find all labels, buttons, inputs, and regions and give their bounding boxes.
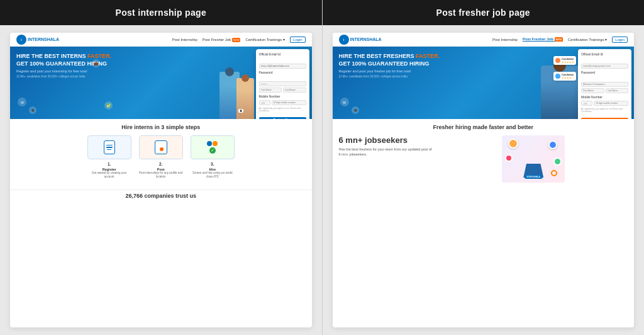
- pin-dot-icon: [160, 147, 164, 151]
- left-steps-section: Hire interns in 3 simple steps 1. Regist…: [10, 119, 312, 190]
- right-stat-number: 6 mn+ jobseekers: [339, 135, 433, 145]
- right-panel-title: Post fresher job page: [436, 8, 530, 18]
- left-firstname-input[interactable]: [259, 88, 282, 93]
- right-nav-internship[interactable]: Post Internship: [492, 38, 518, 42]
- float-icon-4: ✅: [104, 101, 113, 110]
- register-line-2: [106, 147, 113, 148]
- cand-stars-2: ★★★★☆: [562, 76, 574, 79]
- right-explosion-visual: INTERNSHALA: [440, 135, 628, 183]
- right-password-input[interactable]: [581, 82, 628, 87]
- cand-avatar-2: [555, 74, 560, 79]
- right-mobile-row: [581, 101, 628, 107]
- exp-avatar-2: [548, 140, 557, 149]
- left-nav-fresher[interactable]: Post Fresher Job NEW: [203, 38, 241, 42]
- right-lastname-input[interactable]: [606, 88, 629, 93]
- faster-text: FASTER.: [87, 53, 111, 59]
- step-post-num: 2.: [139, 162, 183, 166]
- left-nav-training[interactable]: Certification Trainings ▾: [245, 37, 284, 42]
- exp-avatar-3: [505, 154, 513, 162]
- left-hero: HIRE THE BEST INTERNS FASTER. GET 100% G…: [10, 47, 312, 119]
- left-mobile-input[interactable]: [272, 100, 306, 105]
- right-post-btn[interactable]: Post Job Now: [581, 118, 628, 119]
- left-nav-login[interactable]: Login: [290, 37, 306, 43]
- hire-avatars: [207, 141, 218, 146]
- exp-circle-orange: [551, 170, 557, 176]
- register-doc-icon: [104, 140, 115, 154]
- step-hire-desc: Screen and hire using our world class AT…: [191, 171, 235, 179]
- right-nav-fresher[interactable]: Post Fresher Job NEW: [523, 37, 563, 42]
- step-register-icon: [87, 135, 131, 159]
- right-bottom-content: 6 mn+ jobseekers Hire the best freshers …: [339, 135, 628, 183]
- left-mobile-row: [259, 100, 306, 106]
- right-bottom-section: Fresher hiring made faster and better 6 …: [333, 119, 635, 188]
- left-steps-row: 1. Register Get started by creating your…: [16, 135, 306, 179]
- post-doc-icon: [155, 140, 167, 154]
- step-post-desc: Post internships for any profile and loc…: [139, 171, 183, 179]
- step-register-desc: Get started by creating your account: [87, 171, 131, 179]
- left-panel-header: Post internship page: [0, 0, 322, 25]
- right-terms-text: By registering, you agree to our Terms a…: [581, 108, 628, 113]
- right-name-row: [581, 88, 628, 94]
- register-line-1: [106, 145, 113, 146]
- float-icon-3: 💼: [92, 59, 100, 67]
- right-panel-content: i INTERNSHALA Post Internship Post Fresh…: [333, 33, 635, 327]
- left-nav: i INTERNSHALA Post Internship Post Fresh…: [10, 33, 312, 47]
- right-nav: i INTERNSHALA Post Internship Post Fresh…: [333, 33, 635, 47]
- left-form-pw-label: Password: [259, 71, 306, 74]
- right-hero: HIRE THE BEST FRESHERS FASTER. GET 100% …: [333, 47, 635, 119]
- left-nav-links: Post Internship Post Fresher Job NEW Cer…: [172, 37, 306, 43]
- right-mobile-input[interactable]: [594, 101, 628, 106]
- cand-avatar-1: [555, 58, 560, 63]
- step-post: 2. Post Post internships for any profile…: [139, 135, 183, 179]
- right-nav-login[interactable]: Login: [612, 37, 628, 43]
- register-line-3: [107, 149, 111, 150]
- right-panel-header: Post fresher job page: [323, 0, 645, 25]
- left-trust-bar: 26,766 companies trust us: [10, 190, 312, 202]
- right-nav-badge: NEW: [555, 37, 563, 42]
- left-steps-title: Hire interns in 3 simple steps: [16, 124, 306, 130]
- right-stat-block: 6 mn+ jobseekers Hire the best freshers …: [339, 135, 433, 157]
- right-country-code[interactable]: [581, 101, 592, 106]
- float-icon-2: 🎓: [29, 106, 36, 114]
- explosion-container: INTERNSHALA: [502, 135, 565, 183]
- left-panel-title: Post internship page: [116, 8, 206, 18]
- right-panel: Post fresher job page i INTERNSHALA Post…: [323, 0, 645, 335]
- left-form-card: Official Email Id Password Mobile Number…: [256, 49, 309, 119]
- left-register-btn[interactable]: Register Now: [259, 117, 306, 119]
- float-icon-r2: 🎓: [352, 106, 359, 114]
- exp-avatar-4: [553, 157, 562, 166]
- right-form-card: Official Email Id Password Mobile Number…: [578, 49, 631, 119]
- right-nav-links: Post Internship Post Fresher Job NEW Cer…: [492, 37, 628, 43]
- cand-card-1: Candidate ★★★★★: [553, 56, 576, 65]
- left-country-code[interactable]: [259, 100, 270, 105]
- right-logo: i INTERNSHALA: [339, 35, 382, 45]
- step-register: 1. Register Get started by creating your…: [87, 135, 131, 179]
- left-mobile-label: Mobile Number: [259, 94, 306, 98]
- right-email-input[interactable]: [581, 64, 628, 69]
- left-panel-content: i INTERNSHALA Post Internship Post Fresh…: [10, 33, 312, 327]
- right-fresher-title: Fresher hiring made faster and better: [339, 124, 628, 130]
- right-nav-training[interactable]: Certification Trainings ▾: [568, 37, 607, 42]
- right-logo-text: INTERNSHALA: [350, 37, 382, 42]
- left-lastname-input[interactable]: [283, 88, 306, 93]
- hire-text: HIRE THE BEST INTERNS: [16, 53, 87, 59]
- left-nav-internship[interactable]: Post Internship: [172, 38, 197, 42]
- right-stat-desc: Hire the best freshers for your team fro…: [339, 147, 433, 157]
- left-nav-badge: NEW: [232, 38, 240, 42]
- left-logo: i INTERNSHALA: [16, 35, 59, 45]
- left-password-input[interactable]: [259, 81, 306, 86]
- left-email-input[interactable]: [259, 64, 306, 69]
- right-logo-icon: i: [339, 35, 349, 45]
- left-form-email-label: Official Email Id: [259, 52, 306, 56]
- cand-stars-1: ★★★★★: [562, 60, 574, 64]
- right-firstname-input[interactable]: [581, 88, 604, 93]
- faster-freshers-text: FASTER.: [416, 53, 440, 59]
- left-terms-text: By registering, you agree to our Terms a…: [259, 107, 306, 112]
- hire-avatar-1: [207, 141, 212, 146]
- hire-checkmark: ✓: [209, 147, 216, 154]
- left-panel: Post internship page i INTERNSHALA Post …: [0, 0, 322, 335]
- exp-avatar-1: [508, 139, 518, 149]
- hire-freshers-text: HIRE THE BEST FRESHERS: [339, 53, 416, 59]
- hire-avatar-2: [213, 141, 218, 146]
- right-mobile-label: Mobile Number: [581, 95, 628, 99]
